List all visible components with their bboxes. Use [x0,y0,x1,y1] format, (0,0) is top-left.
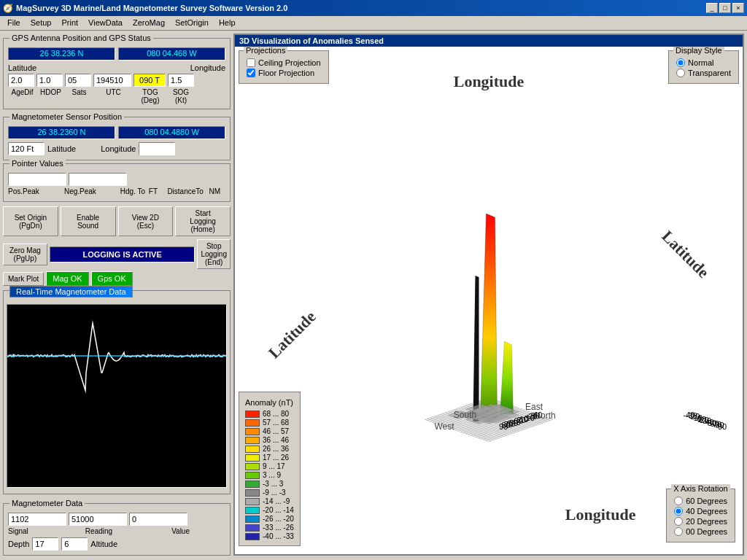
menu-bar: File Setup Print ViewData ZeroMag SetOri… [0,16,747,31]
x-axis-rotation-box: X Axis Rotation 60 Degrees 40 Degrees 20… [666,489,735,542]
60deg-label: 60 Degrees [686,497,727,505]
minimize-button[interactable]: _ [706,3,718,13]
realtime-panel: Real-Time Magnetometer Data [3,290,231,494]
close-button[interactable]: × [732,3,744,13]
transparent-style-radio[interactable] [676,69,685,77]
logging-active-display: LOGGING IS ACTIVE [50,246,196,262]
normal-style-row: Normal [676,58,731,67]
menu-file[interactable]: File [3,18,25,28]
menu-print[interactable]: Print [57,18,82,28]
menu-zeromag[interactable]: ZeroMag [128,18,169,28]
x-axis-title: X Axis Rotation [671,484,730,493]
floor-projection-checkbox[interactable] [247,69,255,77]
gps-panel-title: GPS Antenna Position and GPS Status [9,34,153,42]
altitude-field[interactable] [61,537,88,551]
normal-style-radio[interactable] [676,58,685,67]
legend-item-2: 46 ... 57 [245,427,294,435]
mag-depth-field[interactable] [8,142,44,155]
zero-mag-button[interactable]: Zero Mag(PgUp) [3,244,47,265]
legend-item-12: -26 ... -20 [245,515,294,523]
sats-field[interactable] [65,74,91,87]
mag-long-label: Longitude [101,144,136,153]
legend-item-0: 68 ... 80 [245,410,294,418]
anomaly-legend-title: Anomaly (nT) [245,398,294,407]
mag-ok-button[interactable]: Mag OK [46,271,88,286]
mag-data-panel: Magnetometer Data Signal Reading Value D… [3,503,231,556]
menu-viewdata[interactable]: ViewData [84,18,127,28]
neg-peak-field[interactable] [69,173,127,186]
transparent-style-label: Transparent [688,69,731,77]
legend-item-1: 57 ... 68 [245,419,294,427]
signal-field[interactable] [8,513,66,526]
floor-projection-row: Floor Projection [247,69,321,77]
gps-panel: GPS Antenna Position and GPS Status 26 3… [3,38,231,109]
normal-style-label: Normal [688,58,713,67]
gps-ok-button[interactable]: Gps OK [91,271,133,286]
agedif-field[interactable] [8,74,34,87]
ceiling-projection-checkbox[interactable] [247,58,255,67]
display-style-box: Display Style Normal Transparent [668,50,739,84]
depth-field[interactable] [32,537,58,551]
legend-item-13: -33 ... -26 [245,524,294,532]
sog-field[interactable] [168,74,194,87]
60deg-row: 60 Degrees [674,497,727,505]
set-origin-button[interactable]: Set Origin(PgDn) [3,206,58,236]
realtime-title: Real-Time Magnetometer Data [9,286,133,298]
gps-long-label: Longitude [190,63,225,72]
40deg-radio[interactable] [674,507,683,516]
mag-sensor-panel: Magnetometer Sensor Position 26 38.2360 … [3,117,231,160]
mag-alt-field[interactable] [139,142,175,155]
legend-item-4: 26 ... 36 [245,445,294,453]
mag-lat-label: Latitude [47,144,76,153]
pointer-panel: Pointer Values Pos.Peak Neg.Peak Hdg. To… [3,163,231,202]
menu-setup[interactable]: Setup [26,18,56,28]
start-logging-button[interactable]: StartLogging(Home) [175,206,231,236]
label-hdop: HDOP [36,88,65,104]
mag-data-title: Magnetometer Data [9,499,85,508]
value-label: Value [129,527,190,535]
title-bar: 🧭 MagSurvey 3D Marine/Land Magnetometer … [0,0,747,16]
reading-field[interactable] [69,513,127,526]
gps-long-display: 080 04.468 W [118,47,225,61]
20deg-row: 20 Degrees [674,517,727,526]
00deg-radio[interactable] [674,527,683,536]
stop-logging-button[interactable]: StopLogging(End) [197,239,231,269]
00deg-label: 00 Degrees [686,527,727,536]
value-field[interactable] [129,513,187,526]
tog-field[interactable] [133,74,166,87]
20deg-radio[interactable] [674,517,683,526]
enable-sound-button[interactable]: EnableSound [61,206,116,236]
label-tog: TOG (Deg) [133,88,167,104]
legend-item-10: -14 ... -9 [245,497,294,505]
waveform-display [7,304,227,488]
maximize-button[interactable]: □ [719,3,731,13]
label-ft: FT [149,187,166,195]
60deg-radio[interactable] [674,497,683,505]
label-pos-peak: Pos.Peak [8,187,62,195]
menu-setorigin[interactable]: SetOrigin [171,18,213,28]
label-sats: Sats [65,88,93,104]
label-nm: NM [209,187,225,195]
display-style-title: Display Style [673,47,724,55]
legend-item-14: -40 ... -33 [245,532,294,540]
ceiling-projection-row: Ceiling Projection [247,58,321,67]
hdop-field[interactable] [36,74,63,87]
legend-item-8: -3 ... 3 [245,480,294,488]
app-icon: 🧭 [3,4,13,13]
main-container: GPS Antenna Position and GPS Status 26 3… [0,31,747,559]
anomaly-legend: Anomaly (nT) 68 ... 8057 ... 6846 ... 57… [239,392,301,546]
legend-item-5: 17 ... 26 [245,454,294,462]
legend-item-11: -20 ... -14 [245,506,294,514]
utc-field[interactable] [93,74,131,87]
label-agedif: AgeDif [8,88,36,104]
view-2d-button[interactable]: View 2D(Esc) [118,206,174,236]
gps-lat-display: 26 38.236 N [8,47,115,61]
label-sog: SOG (Kt) [167,88,195,104]
menu-help[interactable]: Help [214,18,240,28]
gps-lat-label: Latitude [8,63,36,72]
pos-peak-field[interactable] [8,173,66,186]
label-hdg-to: Hdg. To [120,187,147,195]
viz-content: Projections Ceiling Projection Floor Pro… [235,47,743,550]
mark-plot-button[interactable]: Mark Plot [3,272,44,286]
legend-item-3: 36 ... 46 [245,436,294,444]
